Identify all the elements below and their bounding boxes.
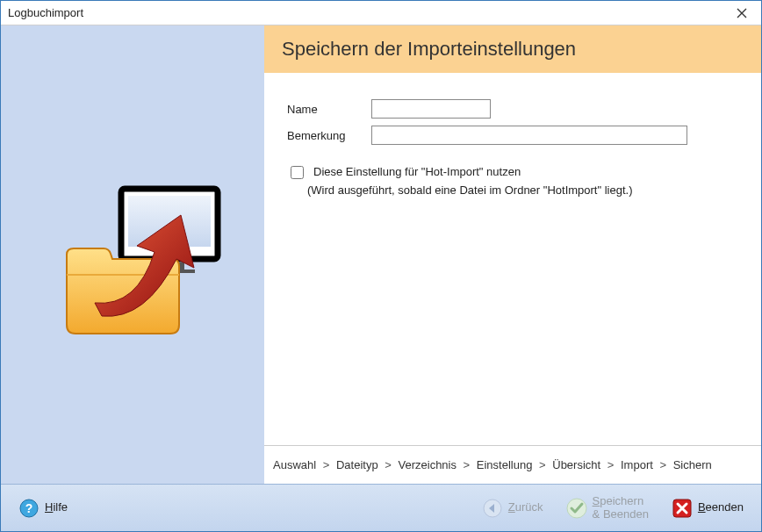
breadcrumb: Auswahl > Dateityp > Verzeichnis > Einst… <box>264 445 761 484</box>
row-hotimport: Diese Einstellung für "Hot-Import" nutze… <box>287 164 738 182</box>
breadcrumb-sep: > <box>657 458 670 471</box>
back-icon <box>482 498 503 519</box>
breadcrumb-item: Dateityp <box>336 458 378 471</box>
breadcrumb-item: Verzeichnis <box>399 458 456 471</box>
breadcrumb-sep: > <box>382 458 395 471</box>
name-input[interactable] <box>371 99 491 119</box>
breadcrumb-item: Übersicht <box>552 458 600 471</box>
page-title: Speichern der Importeinstellungen <box>264 25 761 73</box>
svg-text:?: ? <box>25 501 33 515</box>
sidebar <box>1 25 264 484</box>
breadcrumb-sep: > <box>460 458 473 471</box>
help-icon: ? <box>18 498 40 519</box>
save-exit-label: Speichern & Beenden <box>593 495 649 521</box>
exit-label: Beenden <box>698 501 744 514</box>
exit-icon <box>672 498 693 519</box>
help-label: Hilfe <box>45 501 68 514</box>
exit-button[interactable]: Beenden <box>665 494 751 522</box>
window-title: Logbuchimport <box>8 6 722 19</box>
footer: ? Hilfe Zurück Speichern & Beenden Be <box>1 484 761 531</box>
breadcrumb-item: Einstellung <box>477 458 533 471</box>
breadcrumb-sep: > <box>536 458 549 471</box>
help-button[interactable]: ? Hilfe <box>11 494 75 522</box>
folder-import-illustration-icon <box>40 162 225 347</box>
dialog-window: Logbuchimport Sp <box>0 0 762 532</box>
dialog-body: Speichern der Importeinstellungen Name B… <box>1 25 761 484</box>
row-remark: Bemerkung <box>287 126 738 145</box>
breadcrumb-item: Sichern <box>673 458 712 471</box>
titlebar: Logbuchimport <box>1 1 761 25</box>
breadcrumb-item: Import <box>621 458 653 471</box>
hotimport-checkbox[interactable] <box>291 166 304 179</box>
name-label: Name <box>287 103 371 116</box>
breadcrumb-item: Auswahl <box>273 458 316 471</box>
breadcrumb-sep: > <box>320 458 333 471</box>
check-icon <box>566 498 587 519</box>
back-label: Zurück <box>508 501 543 514</box>
remark-input[interactable] <box>371 126 687 145</box>
hotimport-label: Diese Einstellung für "Hot-Import" nutze… <box>313 164 521 180</box>
breadcrumb-sep: > <box>604 458 617 471</box>
main-panel: Speichern der Importeinstellungen Name B… <box>264 25 761 484</box>
close-button[interactable] <box>722 1 761 25</box>
close-icon <box>737 8 747 18</box>
save-exit-button[interactable]: Speichern & Beenden <box>559 492 656 525</box>
remark-label: Bemerkung <box>287 129 371 142</box>
row-name: Name <box>287 99 738 119</box>
hotimport-sublabel: (Wird ausgeführt, sobald eine Datei im O… <box>307 183 738 197</box>
back-button[interactable]: Zurück <box>475 494 550 522</box>
form-content: Name Bemerkung Diese Einstellung für "Ho… <box>264 73 761 445</box>
